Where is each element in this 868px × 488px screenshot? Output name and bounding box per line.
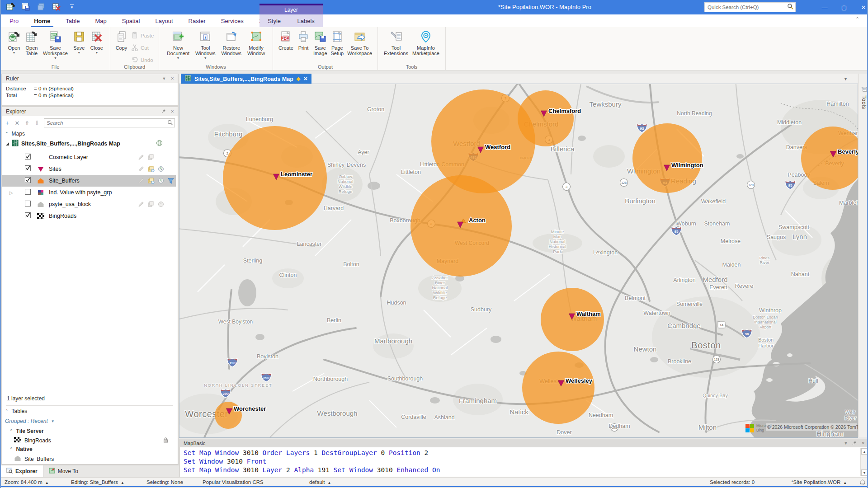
ribbon-button-cut[interactable]: Cut bbox=[131, 43, 154, 52]
quick-search-box[interactable] bbox=[704, 2, 796, 12]
layer-style-swatch[interactable] bbox=[37, 201, 44, 207]
layer-row-site-buffers[interactable]: Site_Buffers bbox=[2, 175, 176, 187]
close-icon[interactable]: ✕ bbox=[170, 76, 174, 81]
ribbon-button-copy[interactable]: Copy bbox=[115, 28, 128, 64]
ribbon-button-undo[interactable]: Undo bbox=[131, 56, 154, 65]
mapbasic-code[interactable]: Set Map Window 3010 Order Layers 1 DestG… bbox=[180, 447, 868, 477]
status-item--site-popilation-wor[interactable]: *Site Popilation.WOR▲ bbox=[791, 479, 847, 485]
ribbon-button-tool-extensions[interactable]: Tool Extensions bbox=[384, 28, 408, 64]
status-item-editing[interactable]: Editing: Site_Buffers▲ bbox=[71, 479, 124, 485]
status-item-default[interactable]: default▲ bbox=[309, 479, 331, 485]
zoom-icon[interactable] bbox=[156, 166, 166, 172]
scrollbar[interactable]: ▲ ▼ bbox=[860, 448, 868, 476]
ribbon-tab-pro[interactable]: Pro bbox=[2, 14, 26, 27]
explorer-search-box[interactable] bbox=[44, 118, 175, 127]
close-button[interactable]: ✕ bbox=[854, 0, 868, 14]
ribbon-tab-table[interactable]: Table bbox=[58, 14, 87, 27]
window-list-dropdown-icon[interactable]: ▼ bbox=[844, 77, 848, 81]
pencil-icon[interactable] bbox=[136, 166, 146, 172]
scroll-up-icon[interactable]: ▲ bbox=[861, 448, 868, 455]
layers-icon[interactable] bbox=[146, 201, 156, 207]
search-icon[interactable] bbox=[785, 3, 795, 11]
layer-style-swatch[interactable] bbox=[37, 189, 44, 196]
minimize-button[interactable]: — bbox=[816, 0, 834, 14]
pin-icon[interactable] bbox=[161, 109, 166, 114]
expander-icon[interactable]: ▷ bbox=[9, 190, 13, 195]
move-up-icon[interactable]: ⇧ bbox=[24, 120, 30, 127]
layers-icon[interactable] bbox=[146, 166, 156, 172]
ribbon-tab-services[interactable]: Services bbox=[213, 14, 251, 27]
ribbon-tab-spatial[interactable]: Spatial bbox=[114, 14, 148, 27]
ribbon-tab-home[interactable]: Home bbox=[26, 14, 58, 27]
ribbon-tab-map[interactable]: Map bbox=[87, 14, 114, 27]
ribbon-button-open-table[interactable]: Open Table bbox=[25, 28, 38, 64]
table-item-bingroads[interactable]: BingRoads bbox=[14, 437, 51, 444]
layer-row-cosmetic-layer[interactable]: Cosmetic Layer bbox=[2, 151, 176, 163]
zoom-icon[interactable] bbox=[156, 178, 166, 184]
ribbon-button-mapinfo-marketplace[interactable]: MapInfo Marketplace bbox=[412, 28, 439, 64]
ribbon-button-page-setup[interactable]: Page Setup bbox=[330, 28, 344, 64]
remove-icon[interactable]: ✕ bbox=[14, 120, 20, 127]
ribbon-tab-labels[interactable]: Labels bbox=[294, 18, 317, 24]
filter-icon[interactable] bbox=[166, 178, 176, 184]
table-group-native[interactable]: ⌃Native bbox=[9, 446, 33, 452]
layer-row-ind-value-with-psyte-grp[interactable]: ▷Ind. Value with psyte_grp bbox=[2, 187, 176, 198]
map-canvas[interactable]: 4959393959529029019090223331281281281281… bbox=[179, 84, 858, 437]
ribbon-button-save-workspace[interactable]: Save Workspace▼ bbox=[43, 28, 68, 64]
ribbon-button-print[interactable]: Print bbox=[297, 28, 310, 64]
ribbon-button-close[interactable]: Close▼ bbox=[90, 28, 103, 64]
ribbon-button-open[interactable]: Open▼ bbox=[8, 28, 20, 64]
layer-style-swatch[interactable] bbox=[37, 178, 44, 184]
close-tab-icon[interactable]: ✕ bbox=[303, 76, 307, 82]
visibility-checkbox[interactable] bbox=[25, 212, 31, 220]
ribbon-button-create[interactable]: PDFCreate bbox=[278, 28, 293, 64]
zoom-icon[interactable] bbox=[156, 201, 166, 207]
tools-panel-tab[interactable]: Tools bbox=[859, 84, 868, 109]
layers-icon[interactable] bbox=[146, 154, 156, 160]
notifications-bell-icon[interactable] bbox=[860, 479, 865, 486]
qat-open-workspace-icon[interactable] bbox=[5, 2, 15, 12]
layer-row-bingroads[interactable]: BingRoads bbox=[2, 210, 176, 222]
table-item-site_buffers[interactable]: Site_Buffers bbox=[14, 455, 54, 463]
chevron-down-icon[interactable]: ▼ bbox=[162, 76, 166, 81]
map-tree-node[interactable]: Sites,Site_Buffers,...,BingRoads Map bbox=[6, 140, 120, 148]
maps-section-header[interactable]: ⌃Maps bbox=[5, 131, 25, 137]
layer-style-swatch[interactable] bbox=[37, 166, 44, 172]
dock-tab-explorer[interactable]: Explorer bbox=[1, 465, 43, 477]
close-icon[interactable]: ✕ bbox=[861, 441, 865, 446]
visibility-checkbox[interactable] bbox=[25, 153, 31, 161]
ribbon-button-tool-windows[interactable]: iTool Windows▼ bbox=[195, 28, 216, 64]
add-icon[interactable]: ＋ bbox=[4, 119, 10, 127]
pencil-icon[interactable] bbox=[136, 178, 146, 184]
qat-copy-window-icon[interactable] bbox=[36, 2, 46, 12]
move-down-icon[interactable]: ⇩ bbox=[34, 120, 40, 127]
dock-tab-move-to[interactable]: Move To bbox=[43, 465, 84, 477]
visibility-checkbox[interactable] bbox=[25, 188, 31, 197]
map-window-tab[interactable]: Sites,Site_Buffers,...,BingRoads Map ◆ ✕ bbox=[181, 74, 311, 84]
ribbon-tab-raster[interactable]: Raster bbox=[181, 14, 213, 27]
ribbon-button-save-to-workspace[interactable]: Save To Workspace bbox=[347, 28, 372, 64]
pencil-icon[interactable] bbox=[136, 201, 146, 207]
ribbon-button-save-image[interactable]: Save Image bbox=[313, 28, 327, 64]
layer-row-psyte-usa-block[interactable]: psyte_usa_block bbox=[2, 198, 176, 210]
ribbon-tab-layout[interactable]: Layout bbox=[147, 14, 180, 27]
collapse-ribbon-icon[interactable]: ⌃ bbox=[855, 16, 859, 22]
layers-icon[interactable] bbox=[146, 178, 156, 184]
status-item-zoom[interactable]: Zoom: 84.400 m▲ bbox=[5, 479, 49, 485]
visibility-checkbox[interactable] bbox=[25, 177, 31, 185]
maximize-button[interactable]: ▢ bbox=[835, 0, 853, 14]
status-item-selected-records[interactable]: Selected records: 0 bbox=[710, 479, 755, 485]
table-group-tile-server[interactable]: ⌃Tile Server bbox=[9, 428, 44, 434]
pencil-icon[interactable] bbox=[136, 154, 146, 160]
status-item-popular-visualization-crs[interactable]: Popular Visualization CRS bbox=[203, 479, 264, 485]
scroll-down-icon[interactable]: ▼ bbox=[861, 469, 868, 476]
layer-style-swatch[interactable] bbox=[37, 213, 44, 219]
ribbon-button-modify-window[interactable]: Modify Window bbox=[247, 28, 265, 64]
visibility-checkbox[interactable] bbox=[25, 165, 31, 173]
pin-icon[interactable] bbox=[852, 441, 857, 446]
close-icon[interactable]: ✕ bbox=[170, 109, 174, 114]
quick-search-input[interactable] bbox=[705, 5, 785, 10]
status-item-selecting[interactable]: Selecting: None bbox=[146, 479, 183, 485]
ribbon-button-save[interactable]: Save▼ bbox=[73, 28, 85, 64]
ribbon-button-restore-windows[interactable]: Restore Windows bbox=[221, 28, 241, 64]
